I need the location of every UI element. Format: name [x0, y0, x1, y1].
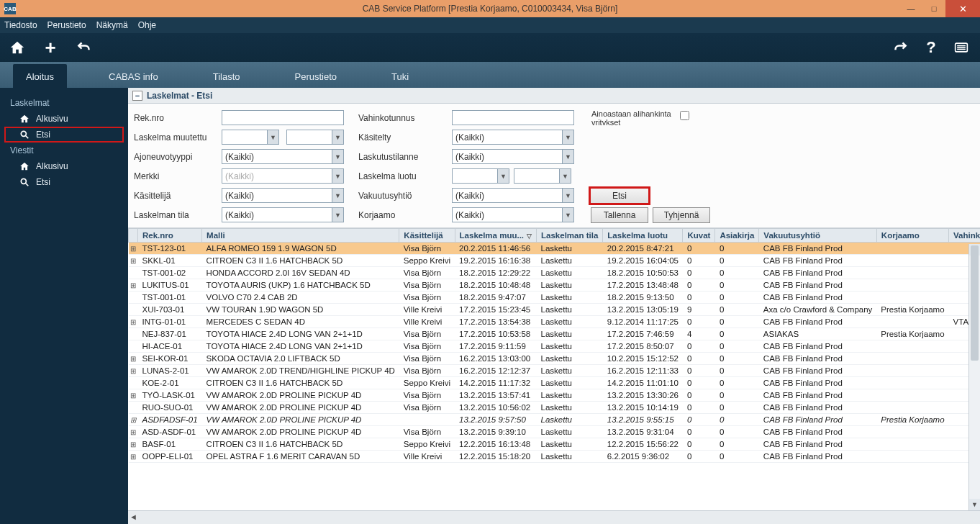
col-luotu[interactable]: Laskelma luotu [603, 229, 683, 243]
luotu-from-combo[interactable]: ▼ [452, 168, 509, 184]
kasitelty-combo[interactable]: (Kaikki)▼ [452, 130, 574, 145]
cell: Ville Kreivi [399, 304, 455, 316]
col-asiakirja[interactable]: Asiakirja [715, 229, 759, 243]
table-row[interactable]: ⊞LUKITUS-01TOYOTA AURIS (UKP) 1.6 HATCHB… [129, 279, 981, 292]
cell: 9 [683, 304, 715, 316]
maximize-button[interactable]: □ [922, 0, 945, 17]
table-row[interactable]: KOE-2-01CITROEN C3 II 1.6 HATCHBACK 5DSe… [129, 377, 981, 389]
sidebar-label: Etsi [36, 130, 50, 140]
kasittelija-combo[interactable]: (Kaikki)▼ [222, 188, 344, 203]
merkki-combo[interactable]: (Kaikki)▼ [222, 168, 344, 184]
close-button[interactable]: ✕ [945, 0, 980, 17]
reknro-input[interactable] [222, 110, 344, 125]
main: Laskelmat Alkusivu Etsi Viestit Alkusivu… [0, 88, 980, 524]
sidebar-item-viestit-etsi[interactable]: Etsi [4, 174, 124, 190]
table-row[interactable]: ⊞INTG-01-01MERCEDES C SEDAN 4DVille Krei… [129, 316, 981, 328]
sidebar-item-etsi[interactable]: Etsi [4, 127, 124, 143]
cell: VW AMAROK 2.0D TREND/HIGHLINE PICKUP 4D [202, 365, 399, 377]
cell: CAB FB Finland Prod [759, 414, 876, 426]
collapse-button[interactable]: − [132, 91, 142, 101]
scroll-left-icon[interactable]: ◄ [130, 512, 137, 521]
vahinkotunnus-input[interactable] [452, 110, 574, 125]
tab-tuki[interactable]: Tuki [378, 64, 422, 88]
korjaamo-combo[interactable]: (Kaikki)▼ [452, 207, 574, 222]
scroll-down-icon[interactable]: ▼ [969, 499, 980, 510]
horizontal-scrollbar[interactable]: ◄ [128, 510, 980, 524]
plus-icon[interactable]: + [42, 39, 59, 56]
table-row[interactable]: ⊞SKKL-01CITROEN C3 II 1.6 HATCHBACK 5DSe… [129, 255, 981, 267]
tyhjenna-button[interactable]: Tyhjennä [653, 207, 710, 223]
col-reknro[interactable]: Rek.nro [138, 229, 202, 243]
cell: Visa Björn [399, 340, 455, 353]
muutettu-to-combo[interactable]: ▼ [286, 130, 344, 145]
results-table: Rek.nro Malli Käsittelijä Laskelma muu..… [128, 228, 980, 510]
redo-icon[interactable] [892, 39, 909, 56]
ainoastaan-checkbox[interactable] [680, 111, 689, 120]
cell: 13.2.2015 9:57:50 [455, 414, 536, 426]
sidebar-item-alkusivu[interactable]: Alkusivu [4, 111, 124, 127]
table-row[interactable]: ⊞ASD-ASDF-01VW AMAROK 2.0D PROLINE PICKU… [129, 426, 981, 438]
table-row[interactable]: XUI-703-01VW TOURAN 1.9D WAGON 5DVille K… [129, 304, 981, 316]
table-row[interactable]: ⊞ASDFADSF-01VW AMAROK 2.0D PROLINE PICKU… [129, 414, 981, 426]
table-row[interactable]: ⊞OOPP-ELI-01OPEL ASTRA F 1.6 MERIT CARAV… [129, 451, 981, 463]
cell: CAB FB Finland Prod [759, 292, 876, 304]
col-malli[interactable]: Malli [202, 229, 399, 243]
muutettu-from-combo[interactable]: ▼ [222, 130, 279, 145]
svg-point-4 [21, 131, 26, 136]
cell: 13.2.2015 13:05:19 [603, 304, 683, 316]
col-korjaamo[interactable]: Korjaamo [876, 229, 948, 243]
sidebar-item-viestit-alkusivu[interactable]: Alkusivu [4, 158, 124, 174]
filter-form: Rek.nro Vahinkotunnus Ainoastaan alihank… [128, 104, 980, 228]
cell: Prestia Korjaamo [876, 414, 948, 426]
table-row[interactable]: ⊞TYÖ-LASK-01VW AMAROK 2.0D PROLINE PICKU… [129, 389, 981, 402]
menu-tiedosto[interactable]: Tiedosto [4, 20, 37, 30]
menu-nakyma[interactable]: Näkymä [96, 20, 128, 30]
vertical-scrollbar[interactable]: ▲ ▼ [968, 244, 980, 510]
laskutustilanne-combo[interactable]: (Kaikki)▼ [452, 149, 574, 164]
table-row[interactable]: ⊞LUNAS-2-01VW AMAROK 2.0D TREND/HIGHLINE… [129, 365, 981, 377]
menu-ohje[interactable]: Ohje [138, 20, 156, 30]
col-muutettu[interactable]: Laskelma muu...▽ [455, 229, 536, 243]
cell: 12.2.2015 15:18:20 [455, 451, 536, 463]
table-row[interactable]: ⊞SEI-KOR-01SKODA OCTAVIA 2.0 LIFTBACK 5D… [129, 353, 981, 365]
cell: VW AMAROK 2.0D PROLINE PICKUP 4D [202, 426, 399, 438]
cell [876, 402, 948, 414]
col-vahinko[interactable]: Vahinkot [949, 229, 980, 243]
col-expand[interactable] [129, 229, 138, 243]
table-row[interactable]: TST-001-01VOLVO C70 2.4 CAB 2DVisa Björn… [129, 292, 981, 304]
cell: 13.2.2015 10:14:19 [603, 402, 683, 414]
table-row[interactable]: TST-001-02HONDA ACCORD 2.0I 16V SEDAN 4D… [129, 267, 981, 279]
tallenna-button[interactable]: Tallenna [591, 207, 648, 223]
scrollbar-thumb[interactable] [971, 245, 979, 361]
label-vakuutusyhtio: Vakuutusyhtiö [358, 191, 445, 201]
table-row[interactable]: HI-ACE-01TOYOTA HIACE 2.4D LONG VAN 2+1+… [129, 340, 981, 353]
cell: Visa Björn [399, 328, 455, 340]
col-kasittelija[interactable]: Käsittelijä [399, 229, 455, 243]
list-icon[interactable] [953, 39, 970, 56]
cell: 0 [715, 243, 759, 255]
tab-aloitus[interactable]: Aloitus [13, 64, 67, 88]
laskelman-tila-combo[interactable]: (Kaikki)▼ [222, 207, 344, 222]
tab-tilasto[interactable]: Tilasto [200, 64, 253, 88]
minimize-button[interactable]: — [899, 0, 922, 17]
etsi-button[interactable]: Etsi [589, 186, 650, 205]
cell: Laskettu [537, 365, 603, 377]
table-row[interactable]: ⊞BASF-01CITROEN C3 II 1.6 HATCHBACK 5DSe… [129, 438, 981, 451]
cell: Laskettu [537, 377, 603, 389]
undo-icon[interactable] [75, 39, 92, 56]
luotu-to-combo[interactable]: ▼ [514, 168, 571, 184]
ajotyyppi-combo[interactable]: (Kaikki)▼ [222, 149, 344, 164]
table-row[interactable]: NEJ-837-01TOYOTA HIACE 2.4D LONG VAN 2+1… [129, 328, 981, 340]
home-icon[interactable] [9, 39, 26, 56]
menu-perustieto[interactable]: Perustieto [47, 20, 86, 30]
col-tila[interactable]: Laskelman tila [537, 229, 603, 243]
table-row[interactable]: RUO-SUO-01VW AMAROK 2.0D PROLINE PICKUP … [129, 402, 981, 414]
col-kuvat[interactable]: Kuvat [683, 229, 715, 243]
chevron-down-icon: ▼ [559, 169, 571, 183]
table-row[interactable]: ⊞TST-123-01ALFA ROMEO 159 1.9 WAGON 5DVi… [129, 243, 981, 255]
tab-perustieto[interactable]: Perustieto [282, 64, 350, 88]
tab-cabas-info[interactable]: CABAS info [96, 64, 171, 88]
help-icon[interactable]: ? [922, 39, 940, 56]
col-vakuutusyhtio[interactable]: Vakuutusyhtiö [759, 229, 876, 243]
vakuutusyhtio-combo[interactable]: (Kaikki)▼ [452, 188, 574, 203]
